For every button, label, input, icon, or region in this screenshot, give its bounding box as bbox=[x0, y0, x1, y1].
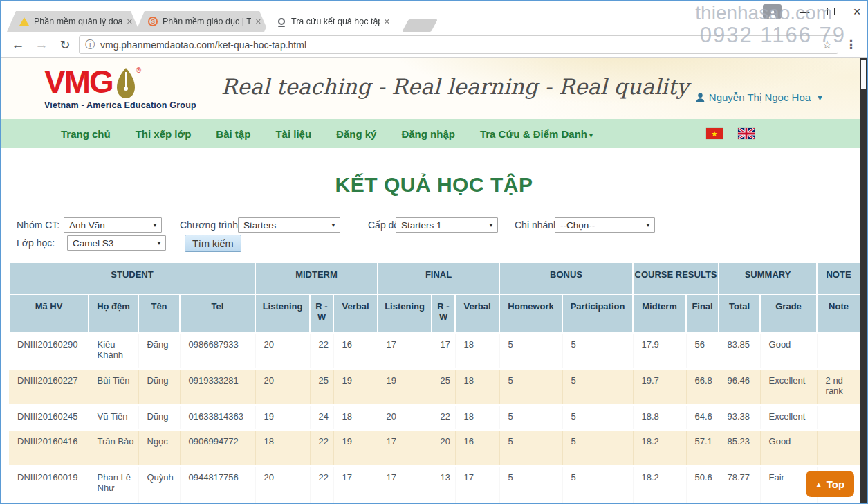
bookmark-star-icon[interactable]: ☆ bbox=[822, 38, 832, 51]
table-cell: 0919333281 bbox=[180, 369, 255, 405]
page-info-icon[interactable]: ⓘ bbox=[85, 39, 95, 51]
column-group-header: BONUS bbox=[499, 262, 633, 294]
table-cell: 19 bbox=[255, 405, 310, 430]
nav-item-3[interactable]: Tài liệu bbox=[275, 128, 311, 140]
vietnam-flag-icon[interactable]: ★ bbox=[706, 128, 723, 139]
table-cell: DNIII20160290 bbox=[9, 333, 89, 369]
table-cell: 85.23 bbox=[719, 430, 760, 466]
address-bar[interactable]: ⓘ vmg.phanmemdaotao.com/ket-qua-hoc-tap.… bbox=[79, 35, 838, 54]
table-cell: 22 bbox=[310, 430, 333, 466]
table-cell: 17 bbox=[378, 466, 432, 503]
triangle-warning-icon bbox=[19, 17, 29, 26]
tab-1[interactable]: SPhần mềm giáo dục | Tiế✕ bbox=[136, 11, 268, 32]
column-header: R - W bbox=[432, 294, 455, 333]
browser-window: thienhasao.com 0932 1166 79 — ✕ Phần mềm… bbox=[0, 0, 868, 504]
refresh-icon[interactable]: ↻ bbox=[55, 37, 75, 53]
table-cell: 18 bbox=[455, 333, 499, 369]
maximize-button[interactable] bbox=[827, 8, 835, 15]
table-cell: Good bbox=[760, 430, 817, 466]
table-cell: Dũng bbox=[138, 405, 180, 430]
table-cell: Good bbox=[760, 333, 817, 369]
table-cell: 20 bbox=[255, 333, 310, 369]
caret-up-icon: ▲ bbox=[815, 480, 822, 488]
table-cell: 56 bbox=[686, 333, 719, 369]
column-header: R - W bbox=[310, 294, 333, 333]
user-menu[interactable]: Nguyễn Thị Ngọc Hoa ▼ bbox=[696, 91, 824, 103]
nav-item-4[interactable]: Đăng ký bbox=[336, 128, 376, 140]
table-cell: 16 bbox=[455, 430, 499, 466]
header-group-row: STUDENTMIDTERMFINALBONUSCOURSE RESULTSSU… bbox=[9, 262, 860, 294]
pen-nib-icon bbox=[117, 68, 135, 98]
column-header: Mã HV bbox=[9, 294, 89, 333]
table-cell: 17 bbox=[378, 333, 432, 369]
table-cell: 22 bbox=[310, 466, 333, 503]
table-cell: 18.2 bbox=[633, 430, 686, 466]
table-cell: 18 bbox=[255, 430, 310, 466]
select-arrow-icon: ▼ bbox=[152, 222, 158, 228]
nav-item-2[interactable]: Bài tập bbox=[216, 128, 250, 140]
profile-avatar-icon[interactable] bbox=[763, 4, 782, 19]
lop-hoc-value: Camel S3 bbox=[73, 238, 113, 249]
cap-do-select[interactable]: Starters 1▼ bbox=[396, 217, 498, 233]
select-arrow-icon: ▼ bbox=[488, 222, 494, 228]
table-cell: 19.7 bbox=[633, 369, 686, 405]
titlebar-controls: — ✕ bbox=[763, 4, 861, 19]
url-text[interactable]: vmg.phanmemdaotao.com/ket-qua-hoc-tap.ht… bbox=[100, 39, 817, 51]
table-cell: 57.1 bbox=[686, 430, 719, 466]
tab-close-icon[interactable]: ✕ bbox=[255, 17, 261, 26]
table-cell: 93.38 bbox=[719, 405, 760, 430]
table-cell: 5 bbox=[562, 430, 633, 466]
chevron-down-icon: ▼ bbox=[816, 93, 824, 102]
tab-2[interactable]: Tra cứu kết quả học tập✕ bbox=[264, 11, 397, 32]
table-cell: 17 bbox=[378, 430, 432, 466]
forward-icon[interactable]: → bbox=[32, 37, 51, 53]
table-cell: 18 bbox=[455, 369, 499, 405]
nav-item-5[interactable]: Đăng nhập bbox=[401, 128, 455, 140]
new-tab-button[interactable] bbox=[402, 19, 438, 32]
cap-do-value: Starters 1 bbox=[401, 220, 442, 231]
nav-item-0[interactable]: Trang chủ bbox=[61, 128, 111, 140]
logo-subtitle: Vietnam - America Education Group bbox=[44, 100, 196, 110]
tab-close-icon[interactable]: ✕ bbox=[384, 17, 390, 26]
scroll-top-button[interactable]: ▲ Top bbox=[806, 471, 854, 497]
page-scrollbar[interactable] bbox=[860, 58, 867, 504]
s-badge-icon: S bbox=[148, 17, 158, 26]
nhom-ct-label: Nhóm CT: bbox=[17, 217, 59, 233]
uk-flag-icon[interactable] bbox=[738, 128, 755, 139]
chi-nhanh-select[interactable]: --Chọn--▼ bbox=[555, 217, 655, 233]
tab-0[interactable]: Phần mềm quản lý doanh✕ bbox=[7, 11, 140, 32]
table-cell: 50.6 bbox=[686, 466, 719, 503]
table-cell: 5 bbox=[499, 405, 562, 430]
lop-hoc-select[interactable]: Camel S3▼ bbox=[67, 235, 166, 251]
scrollbar-thumb[interactable] bbox=[861, 60, 866, 89]
table-cell: 25 bbox=[432, 369, 455, 405]
nav-item-1[interactable]: Thi xếp lớp bbox=[136, 128, 192, 140]
nav-item-6[interactable]: Tra Cứu & Điểm Danh▾ bbox=[480, 128, 593, 140]
table-cell: DNIII20160227 bbox=[9, 369, 89, 405]
table-cell: 5 bbox=[562, 333, 633, 369]
table-cell: 5 bbox=[499, 430, 562, 466]
column-header: Tel bbox=[180, 294, 255, 333]
table-cell: Vũ Tiến bbox=[89, 405, 138, 430]
back-icon[interactable]: ← bbox=[8, 37, 28, 53]
results-table: STUDENTMIDTERMFINALBONUSCOURSE RESULTSSU… bbox=[8, 262, 861, 503]
chuong-trinh-select[interactable]: Starters▼ bbox=[238, 217, 340, 233]
select-arrow-icon: ▼ bbox=[331, 222, 336, 228]
search-button[interactable]: Tìm kiếm bbox=[185, 235, 241, 252]
column-header: Họ đệm bbox=[89, 294, 138, 333]
table-cell: 0944817756 bbox=[180, 466, 255, 503]
tab-close-icon[interactable]: ✕ bbox=[127, 17, 133, 26]
filter-form: Nhóm CT: Anh Văn▼ Chương trình: Starters… bbox=[8, 217, 867, 256]
table-cell: Excellent bbox=[760, 405, 817, 430]
close-button[interactable]: ✕ bbox=[853, 7, 861, 17]
table-cell: Quỳnh bbox=[138, 466, 180, 503]
vmg-logo[interactable]: VMG ® Vietnam - America Education Group bbox=[44, 68, 196, 110]
table-cell: 64.6 bbox=[686, 405, 719, 430]
nhom-ct-select[interactable]: Anh Văn▼ bbox=[64, 217, 162, 233]
column-group-header: NOTE bbox=[817, 262, 860, 294]
column-header: Verbal bbox=[455, 294, 499, 333]
table-cell: Dũng bbox=[138, 369, 180, 405]
table-row: DNIII20160416Trần BảoNgọc090699477218221… bbox=[9, 430, 860, 466]
minimize-button[interactable]: — bbox=[800, 7, 809, 17]
chrome-menu-icon[interactable]: ⋮ bbox=[842, 37, 860, 52]
